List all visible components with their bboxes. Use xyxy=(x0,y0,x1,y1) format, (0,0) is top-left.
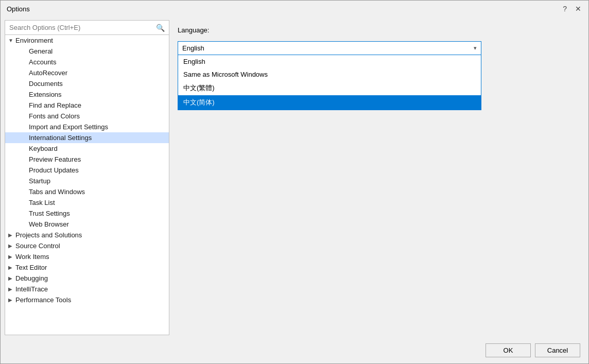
cancel-button[interactable]: Cancel xyxy=(535,343,580,357)
tree-item-accounts[interactable]: Accounts xyxy=(5,57,169,67)
dropdown-option-zh-tw[interactable]: 中文(繁體) xyxy=(178,81,481,95)
help-button[interactable]: ? xyxy=(560,4,570,14)
options-dialog: Options ? ✕ 🔍 ▼ Environment General xyxy=(0,0,589,364)
tree-label-source-control: Source Control xyxy=(15,242,166,250)
tree-item-task-list[interactable]: Task List xyxy=(5,197,169,208)
tree: ▼ Environment General Accounts AutoRecov… xyxy=(5,35,169,335)
tree-item-source-control[interactable]: ▶ Source Control xyxy=(5,240,169,251)
tree-label-web-browser: Web Browser xyxy=(29,220,166,228)
tree-item-work-items[interactable]: ▶ Work Items xyxy=(5,251,169,262)
title-bar: Options ? ✕ xyxy=(1,1,588,16)
tree-label-accounts: Accounts xyxy=(29,58,166,66)
tree-label-find-replace: Find and Replace xyxy=(29,101,166,109)
title-bar-right: ? ✕ xyxy=(560,4,584,14)
expand-arrow-projects: ▶ xyxy=(8,232,15,238)
dropdown-selected-value: English xyxy=(182,44,204,52)
expand-arrow-environment: ▼ xyxy=(8,38,15,43)
search-input[interactable] xyxy=(7,23,154,32)
tree-label-documents: Documents xyxy=(29,80,166,88)
dialog-footer: OK Cancel xyxy=(1,339,588,363)
left-panel: 🔍 ▼ Environment General Accounts xyxy=(5,20,169,335)
dropdown-option-zh-cn[interactable]: 中文(简体) xyxy=(178,95,481,110)
tree-item-web-browser[interactable]: Web Browser xyxy=(5,219,169,230)
tree-item-extensions[interactable]: Extensions xyxy=(5,89,169,100)
option-label-same-as-windows: Same as Microsoft Windows xyxy=(183,71,268,78)
option-label-zh-tw: 中文(繁體) xyxy=(183,84,215,92)
right-panel: Language: English ▾ English Same as Micr… xyxy=(169,20,584,335)
tree-label-tabs-windows: Tabs and Windows xyxy=(29,188,166,196)
expand-arrow-intellitrace: ▶ xyxy=(8,286,15,292)
tree-item-startup[interactable]: Startup xyxy=(5,176,169,186)
expand-arrow-debugging: ▶ xyxy=(8,275,15,281)
tree-label-debugging: Debugging xyxy=(15,274,166,282)
tree-label-general: General xyxy=(29,47,166,55)
tree-label-international: International Settings xyxy=(29,134,166,142)
expand-arrow-text-editor: ▶ xyxy=(8,265,15,270)
dialog-body: 🔍 ▼ Environment General Accounts xyxy=(1,16,588,339)
language-dropdown-list: English Same as Microsoft Windows 中文(繁體)… xyxy=(178,55,481,110)
tree-item-import-export[interactable]: Import and Export Settings xyxy=(5,122,169,132)
tree-item-environment[interactable]: ▼ Environment xyxy=(5,35,169,46)
tree-label-import-export: Import and Export Settings xyxy=(29,123,166,131)
tree-label-intellitrace: IntelliTrace xyxy=(15,285,166,293)
tree-item-product-updates[interactable]: Product Updates xyxy=(5,165,169,176)
tree-label-trust-settings: Trust Settings xyxy=(29,210,166,217)
tree-item-keyboard[interactable]: Keyboard xyxy=(5,143,169,154)
expand-arrow-source-control: ▶ xyxy=(8,243,15,249)
tree-item-intellitrace[interactable]: ▶ IntelliTrace xyxy=(5,284,169,294)
search-box: 🔍 xyxy=(5,21,169,35)
tree-item-documents[interactable]: Documents xyxy=(5,78,169,89)
tree-item-preview-features[interactable]: Preview Features xyxy=(5,154,169,165)
option-label-zh-cn: 中文(简体) xyxy=(183,98,215,106)
tree-label-performance-tools: Performance Tools xyxy=(15,296,166,304)
tree-label-text-editor: Text Editor xyxy=(15,264,166,271)
dropdown-option-same-as-windows[interactable]: Same as Microsoft Windows xyxy=(178,68,481,81)
dialog-title: Options xyxy=(7,5,30,13)
close-button[interactable]: ✕ xyxy=(572,4,584,14)
tree-item-text-editor[interactable]: ▶ Text Editor xyxy=(5,262,169,273)
language-label: Language: xyxy=(178,26,576,34)
title-bar-left: Options xyxy=(7,5,30,13)
tree-item-performance-tools[interactable]: ▶ Performance Tools xyxy=(5,294,169,305)
tree-label-projects-solutions: Projects and Solutions xyxy=(15,231,166,239)
chevron-down-icon: ▾ xyxy=(474,45,477,51)
language-dropdown-trigger[interactable]: English ▾ xyxy=(178,41,481,55)
language-dropdown-container: English ▾ English Same as Microsoft Wind… xyxy=(178,41,481,55)
search-icon: 🔍 xyxy=(154,24,167,32)
tree-label-extensions: Extensions xyxy=(29,91,166,98)
expand-arrow-performance: ▶ xyxy=(8,297,15,303)
ok-button[interactable]: OK xyxy=(486,343,531,357)
tree-item-tabs-windows[interactable]: Tabs and Windows xyxy=(5,186,169,197)
tree-item-debugging[interactable]: ▶ Debugging xyxy=(5,273,169,284)
tree-label-product-updates: Product Updates xyxy=(29,166,166,174)
tree-item-autorecover[interactable]: AutoRecover xyxy=(5,67,169,78)
tree-item-general[interactable]: General xyxy=(5,46,169,57)
tree-label-task-list: Task List xyxy=(29,199,166,206)
tree-label-work-items: Work Items xyxy=(15,253,166,261)
dropdown-option-english[interactable]: English xyxy=(178,55,481,68)
tree-item-find-replace[interactable]: Find and Replace xyxy=(5,100,169,111)
tree-label-fonts-colors: Fonts and Colors xyxy=(29,112,166,120)
tree-label-startup: Startup xyxy=(29,177,166,185)
tree-label-preview-features: Preview Features xyxy=(29,155,166,163)
tree-label-autorecover: AutoRecover xyxy=(29,69,166,77)
tree-item-fonts-colors[interactable]: Fonts and Colors xyxy=(5,111,169,122)
option-label-english: English xyxy=(183,58,205,65)
expand-arrow-work-items: ▶ xyxy=(8,254,15,259)
tree-label-keyboard: Keyboard xyxy=(29,145,166,152)
tree-item-trust-settings[interactable]: Trust Settings xyxy=(5,208,169,219)
tree-item-international[interactable]: International Settings xyxy=(5,132,169,143)
tree-item-projects-solutions[interactable]: ▶ Projects and Solutions xyxy=(5,230,169,240)
tree-label-environment: Environment xyxy=(15,37,166,44)
